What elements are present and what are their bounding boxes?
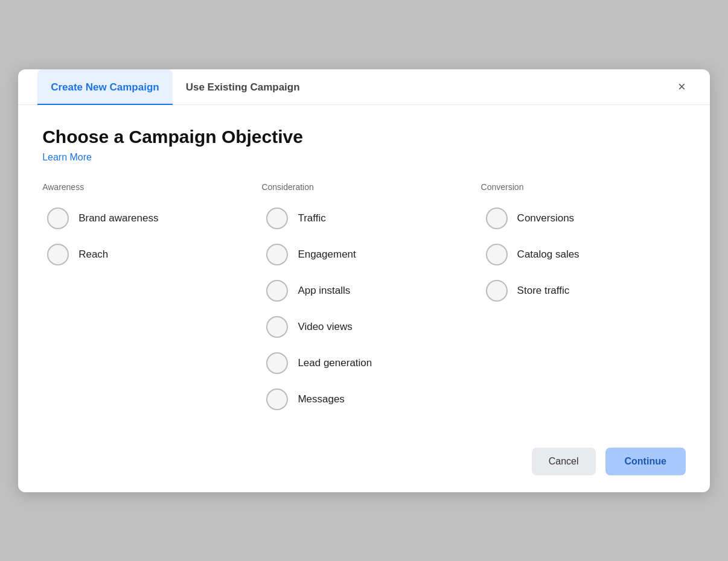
option-label-store-traffic: Store traffic [517,285,570,297]
option-engagement[interactable]: Engagement [261,238,466,271]
modal-container: Create New Campaign Use Existing Campaig… [18,69,710,492]
awareness-option-list: Brand awareness Reach [42,201,247,271]
consideration-column: Consideration Traffic Engagement App [261,182,466,416]
option-app-installs[interactable]: App installs [261,274,466,308]
option-label-brand-awareness: Brand awareness [78,212,158,224]
radio-messages [266,388,288,410]
modal-tabs: Create New Campaign Use Existing Campaig… [18,69,710,105]
radio-brand-awareness [47,208,69,229]
radio-video-views [266,316,288,338]
option-label-engagement: Engagement [298,249,356,261]
objectives-grid: Awareness Brand awareness Reach [42,182,686,416]
option-traffic[interactable]: Traffic [261,201,466,235]
option-label-app-installs: App installs [298,285,350,297]
conversion-column: Conversion Conversions Catalog sales [481,182,686,416]
option-brand-awareness[interactable]: Brand awareness [42,201,247,235]
conversion-option-list: Conversions Catalog sales Store traffic [481,201,686,308]
option-label-lead-generation: Lead generation [298,357,372,369]
radio-conversions [486,208,508,229]
modal-body: Choose a Campaign Objective Learn More A… [18,105,710,436]
option-label-video-views: Video views [298,321,352,333]
option-label-messages: Messages [298,393,344,405]
option-label-reach: Reach [78,249,108,261]
close-button[interactable]: × [673,75,691,98]
consideration-option-list: Traffic Engagement App installs Vid [261,201,466,416]
option-conversions[interactable]: Conversions [481,201,686,235]
continue-button[interactable]: Continue [605,448,686,475]
option-label-conversions: Conversions [517,212,575,224]
radio-catalog-sales [486,244,508,265]
tab-use-existing-campaign[interactable]: Use Existing Campaign [173,69,313,104]
modal-footer: Cancel Continue [18,436,710,492]
option-lead-generation[interactable]: Lead generation [261,346,466,380]
consideration-header: Consideration [261,182,466,192]
awareness-column: Awareness Brand awareness Reach [42,182,247,416]
option-catalog-sales[interactable]: Catalog sales [481,238,686,271]
radio-traffic [266,208,288,229]
modal-overlay: Create New Campaign Use Existing Campaig… [0,0,728,561]
conversion-header: Conversion [481,182,686,192]
radio-reach [47,244,69,265]
awareness-header: Awareness [42,182,247,192]
option-messages[interactable]: Messages [261,382,466,416]
radio-app-installs [266,280,288,302]
option-label-traffic: Traffic [298,212,325,224]
page-title: Choose a Campaign Objective [42,127,686,147]
option-video-views[interactable]: Video views [261,310,466,344]
radio-store-traffic [486,280,508,302]
radio-lead-generation [266,352,288,374]
cancel-button[interactable]: Cancel [532,448,596,475]
option-reach[interactable]: Reach [42,238,247,271]
learn-more-link[interactable]: Learn More [42,152,92,163]
tab-create-new-campaign[interactable]: Create New Campaign [37,69,173,104]
option-label-catalog-sales: Catalog sales [517,249,580,261]
radio-engagement [266,244,288,265]
option-store-traffic[interactable]: Store traffic [481,274,686,308]
